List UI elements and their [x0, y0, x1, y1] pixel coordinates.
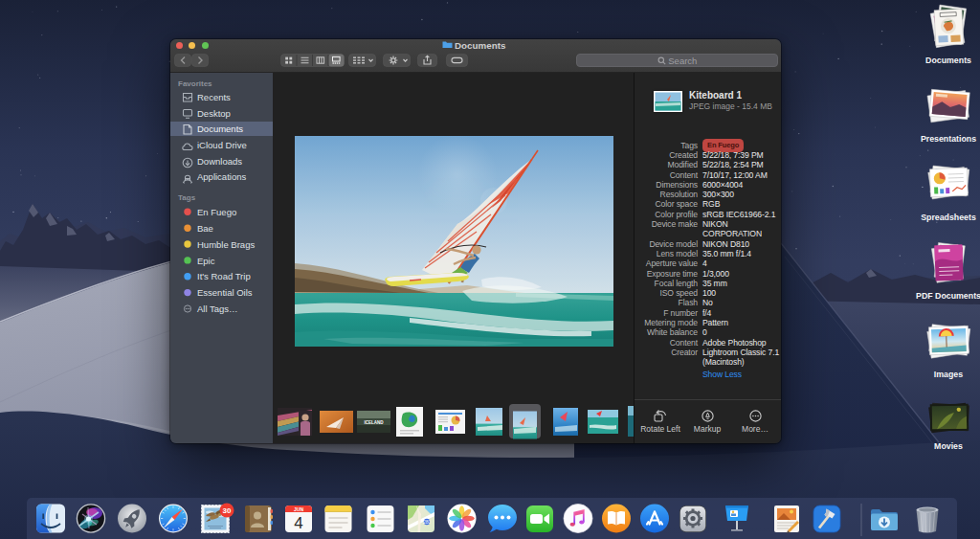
svg-text:ICELAND: ICELAND	[365, 420, 385, 425]
svg-text:4: 4	[294, 514, 302, 532]
svg-text:Spreadsheets: Spreadsheets	[921, 213, 976, 222]
svg-text:Documents: Documents	[925, 56, 971, 65]
svg-text:Presentations: Presentations	[921, 134, 976, 144]
svg-text:Movies: Movies	[934, 441, 963, 451]
svg-text:280: 280	[423, 520, 431, 525]
svg-text:Images: Images	[934, 370, 963, 379]
svg-text:30: 30	[223, 506, 232, 515]
svg-text:PDF Documents: PDF Documents	[916, 291, 980, 301]
svg-text:JUN: JUN	[294, 506, 303, 512]
